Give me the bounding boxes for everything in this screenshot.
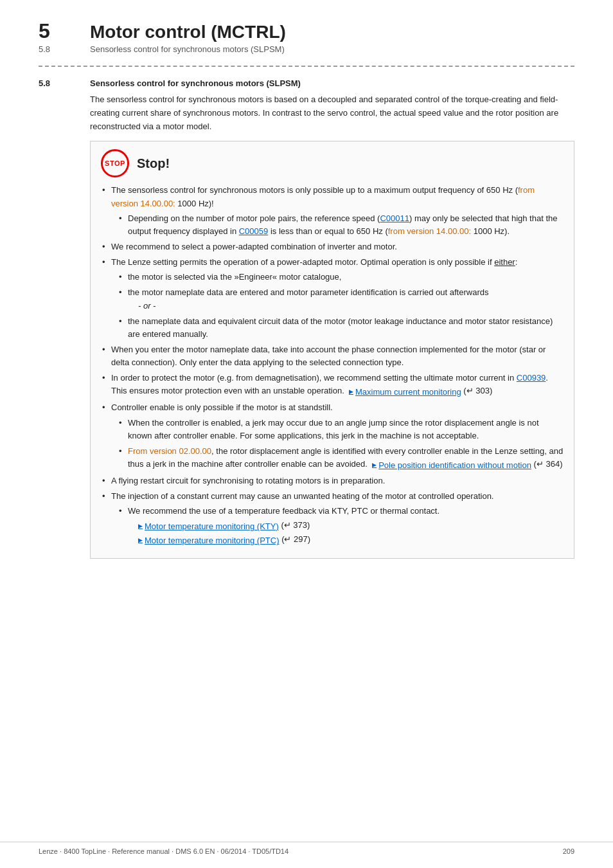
section-number-label: 5.8 (39, 78, 90, 559)
intro-text: The sensorless control for synchronous m… (90, 93, 574, 133)
link-c00059[interactable]: C00059 (239, 226, 269, 236)
header-section: 5 Motor control (MCTRL) 5.8 Sensorless c… (39, 19, 574, 54)
chapter-title: Motor control (MCTRL) (90, 22, 286, 42)
arrow-links-block: Motor temperature monitoring (KTY) (↵ 37… (138, 519, 564, 547)
list-item: We recommend the use of a temperature fe… (118, 505, 564, 547)
bullet-text: In order to protect the motor (e.g. from… (111, 373, 548, 395)
list-item: From version 02.00.00, the rotor displac… (118, 445, 564, 472)
ref-303: (↵ 303) (463, 386, 492, 395)
version-note-2: from version 14.00.00: (388, 226, 471, 236)
section-content: Sensorless control for synchronous motor… (90, 78, 574, 559)
link-pole-position[interactable]: Pole position identification without mot… (372, 459, 531, 472)
arrow-link-row: Motor temperature monitoring (PTC) (↵ 29… (138, 533, 564, 547)
link-max-current-monitoring[interactable]: Maximum current monitoring (349, 386, 461, 399)
list-item: The sensorless control for synchronous m… (101, 184, 564, 238)
sub-section-title-header: Sensorless control for synchronous motor… (90, 44, 285, 54)
stop-header: STOP Stop! (101, 149, 564, 177)
list-item: the nameplate data and equivalent circui… (118, 315, 564, 341)
list-item: In order to protect the motor (e.g. from… (101, 372, 564, 399)
link-c00011[interactable]: C00011 (380, 213, 409, 223)
arrow-link-row: Motor temperature monitoring (KTY) (↵ 37… (138, 519, 564, 533)
sub-bullet-list: We recommend the use of a temperature fe… (118, 505, 564, 547)
bullet-text: We recommend the use of a temperature fe… (128, 506, 440, 516)
list-item: the motor is selected via the »Engineer«… (118, 271, 564, 284)
chapter-number: 5 (39, 19, 77, 43)
bullet-text: When the controller is enabled, a jerk m… (128, 418, 539, 440)
bullet-text: A flying restart circuit for synchronisi… (111, 476, 385, 485)
sub-bullet-list: When the controller is enabled, a jerk m… (118, 417, 564, 472)
bullet-text: From version 02.00.00, the rotor displac… (128, 446, 563, 469)
bullet-text: the motor is selected via the »Engineer«… (128, 272, 341, 282)
sub-header-row: 5.8 Sensorless control for synchronous m… (39, 44, 574, 54)
version-note-1: from version 14.00.00: (111, 185, 535, 208)
list-item: the motor nameplate data are entered and… (118, 286, 564, 312)
or-line: - or - (138, 300, 564, 312)
stop-icon-text: STOP (105, 159, 125, 167)
bullet-text: The sensorless control for synchronous m… (111, 185, 535, 208)
list-item: The Lenze setting permits the operation … (101, 256, 564, 341)
list-item: The injection of a constant current may … (101, 490, 564, 547)
list-item: We recommend to select a power-adapted c… (101, 240, 564, 253)
link-c00939[interactable]: C00939 (517, 373, 546, 383)
stop-icon: STOP (101, 149, 129, 177)
section-block: 5.8 Sensorless control for synchronous m… (39, 78, 574, 559)
footer-left: Lenze · 8400 TopLine · Reference manual … (39, 847, 289, 855)
sub-section-number: 5.8 (39, 44, 77, 54)
list-item: Controller enable is only possible if th… (101, 401, 564, 472)
section-divider (39, 66, 574, 67)
bullet-text: The Lenze setting permits the operation … (111, 257, 517, 267)
ref-297: (↵ 297) (281, 534, 310, 544)
page-footer: Lenze · 8400 TopLine · Reference manual … (0, 842, 613, 855)
ref-373: (↵ 373) (281, 520, 310, 530)
bullet-text: the motor nameplate data are entered and… (128, 287, 488, 297)
sub-bullet-list: Depending on the number of motor pole pa… (118, 212, 564, 238)
link-kty-monitoring[interactable]: Motor temperature monitoring (KTY) (138, 520, 279, 533)
stop-bullet-list: The sensorless control for synchronous m… (101, 184, 564, 547)
stop-box: STOP Stop! The sensorless control for sy… (90, 141, 574, 558)
page: 5 Motor control (MCTRL) 5.8 Sensorless c… (0, 0, 613, 868)
bullet-text: the nameplate data and equivalent circui… (128, 316, 553, 339)
version-note-3: From version 02.00.00 (128, 446, 211, 456)
bullet-text: The injection of a constant current may … (111, 491, 493, 501)
bullet-text: We recommend to select a power-adapted c… (111, 242, 397, 251)
sub-bullet-list: the motor is selected via the »Engineer«… (118, 271, 564, 341)
section-heading: Sensorless control for synchronous motor… (90, 78, 574, 88)
list-item: When the controller is enabled, a jerk m… (118, 417, 564, 442)
ref-364: (↵ 364) (534, 459, 563, 469)
link-ptc-monitoring[interactable]: Motor temperature monitoring (PTC) (138, 534, 280, 547)
bullet-text: When you enter the motor nameplate data,… (111, 345, 546, 367)
bullet-text: Depending on the number of motor pole pa… (128, 213, 557, 236)
list-item: Depending on the number of motor pole pa… (118, 212, 564, 238)
stop-title: Stop! (137, 156, 170, 171)
list-item: When you enter the motor nameplate data,… (101, 343, 564, 369)
footer-right: 209 (563, 847, 574, 855)
list-item: A flying restart circuit for synchronisi… (101, 475, 564, 487)
header-title-row: 5 Motor control (MCTRL) (39, 19, 574, 43)
bullet-text: Controller enable is only possible if th… (111, 402, 333, 412)
